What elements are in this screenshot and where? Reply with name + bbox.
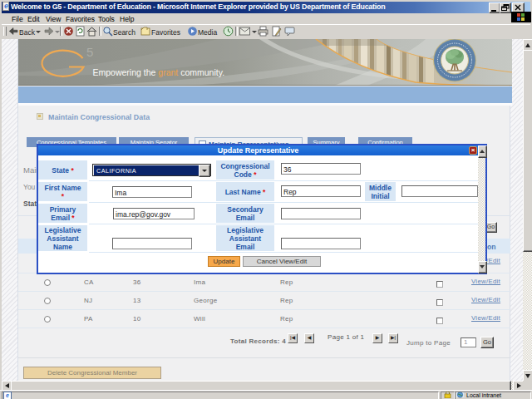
svg-text:5: 5 xyxy=(86,45,93,59)
svg-text:Empowering the grant community: Empowering the grant community. xyxy=(93,67,225,77)
